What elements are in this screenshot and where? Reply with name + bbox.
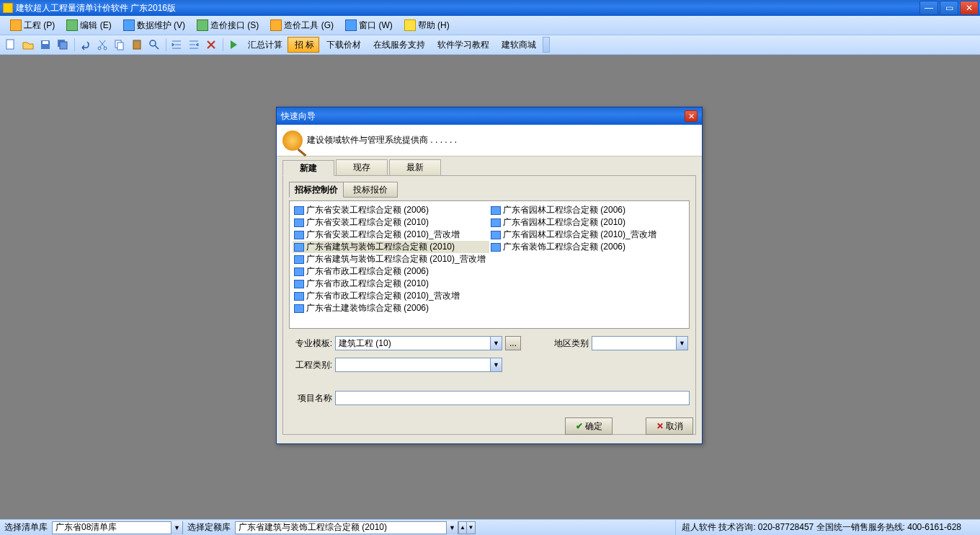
summary-calc-button[interactable]: 汇总计算: [243, 37, 288, 53]
save-all-icon[interactable]: [55, 37, 71, 52]
svg-rect-0: [6, 40, 14, 49]
lib-label: 选择清单库: [0, 521, 52, 534]
menu-window[interactable]: 窗口 (W): [339, 18, 398, 33]
list-item[interactable]: 广东省市政工程综合定额 (2010): [293, 278, 489, 290]
online-support-button[interactable]: 在线服务支持: [366, 37, 430, 53]
cancel-button[interactable]: ✕取消: [646, 417, 693, 435]
menu-data[interactable]: 数据维护 (V): [117, 18, 191, 33]
open-file-icon[interactable]: [20, 37, 36, 52]
undo-icon[interactable]: [77, 37, 93, 52]
quota-listbox[interactable]: 广东省安装工程综合定额 (2006)广东省安装工程综合定额 (2010)广东省安…: [289, 200, 690, 329]
sub-tabs: 招标控制价 投标报价: [289, 182, 690, 198]
proj-type-combo[interactable]: ▼: [335, 358, 502, 372]
wizard-icon: [282, 131, 303, 151]
toolbar: 汇总计算 招 标 下载价材 在线服务支持 软件学习教程 建软商城: [0, 35, 980, 55]
save-icon[interactable]: [37, 37, 53, 52]
play-icon[interactable]: [226, 37, 241, 52]
indent-left-icon[interactable]: [186, 37, 202, 52]
step-down-button[interactable]: ▼: [467, 521, 476, 534]
template-value: 建筑工程 (10): [336, 337, 490, 350]
dialog-title: 快速向导: [281, 110, 316, 123]
menu-cost-tools[interactable]: 造价工具 (G): [264, 18, 339, 33]
cut-icon[interactable]: [94, 37, 110, 52]
banner-text: 建设领域软件与管理系统提供商 . . . . . .: [307, 134, 457, 146]
close-button[interactable]: ✕: [960, 1, 979, 15]
check-icon: ✔: [576, 421, 583, 431]
region-label: 地区类别: [538, 337, 589, 350]
template-combo[interactable]: 建筑工程 (10)▼: [335, 336, 502, 350]
chevron-down-icon: ▼: [171, 521, 182, 534]
menu-cost-interface[interactable]: 造价接口 (S): [191, 18, 264, 33]
file-icon: [294, 243, 304, 252]
find-icon[interactable]: [146, 37, 162, 52]
file-icon: [491, 243, 501, 252]
list-item[interactable]: 广东省土建装饰综合定额 (2006): [293, 302, 489, 314]
minimize-button[interactable]: —: [919, 1, 938, 15]
dialog-titlebar: 快速向导 ✕: [277, 107, 702, 125]
list-item[interactable]: 广东省园林工程综合定额 (2010)_营改增: [489, 229, 686, 241]
file-icon: [294, 231, 304, 239]
main-titlebar: 建软超人工程量清单计价软件 广东2016版 — ▭ ✕: [0, 0, 980, 16]
region-combo[interactable]: ▼: [592, 336, 688, 350]
subtab-control-price[interactable]: 招标控制价: [289, 182, 344, 198]
download-price-button[interactable]: 下载价材: [319, 37, 366, 53]
file-icon: [491, 218, 501, 227]
quota-combo[interactable]: 广东省建筑与装饰工程综合定额 (2010)▼: [235, 521, 458, 534]
list-item[interactable]: 广东省装饰工程综合定额 (2006): [489, 241, 686, 253]
paste-icon[interactable]: [129, 37, 145, 52]
step-up-button[interactable]: ▲: [458, 521, 467, 534]
wizard-dialog: 快速向导 ✕ 建设领域软件与管理系统提供商 . . . . . . 新建 现存 …: [276, 107, 703, 444]
dialog-banner: 建设领域软件与管理系统提供商 . . . . . .: [277, 125, 702, 156]
chevron-down-icon: ▼: [676, 337, 687, 350]
ok-button[interactable]: ✔确定: [565, 417, 612, 435]
file-icon: [294, 268, 304, 276]
proj-type-label: 工程类别:: [289, 359, 332, 371]
list-item[interactable]: 广东省市政工程综合定额 (2006): [293, 265, 489, 278]
proj-name-label: 项目名称: [289, 392, 332, 404]
chevron-down-icon: ▼: [490, 358, 502, 371]
file-icon: [491, 206, 501, 215]
template-browse-button[interactable]: ...: [505, 336, 521, 350]
list-item[interactable]: 广东省建筑与装饰工程综合定额 (2010): [293, 241, 489, 253]
list-item[interactable]: 广东省建筑与装饰工程综合定额 (2010)_营改增: [293, 253, 489, 265]
new-file-icon[interactable]: [3, 37, 19, 52]
list-item[interactable]: 广东省园林工程综合定额 (2010): [489, 216, 686, 229]
menu-project[interactable]: 工程 (P): [4, 18, 61, 33]
svg-rect-2: [43, 41, 48, 44]
tab-recent[interactable]: 最新: [389, 159, 441, 175]
menu-edit[interactable]: 编辑 (E): [61, 18, 117, 33]
file-icon: [491, 231, 501, 239]
subtab-bid-price[interactable]: 投标报价: [343, 182, 398, 198]
menu-help[interactable]: 帮助 (H): [398, 18, 455, 33]
dialog-body: 招标控制价 投标报价 广东省安装工程综合定额 (2006)广东省安装工程综合定额…: [282, 175, 696, 435]
file-icon: [294, 218, 304, 227]
file-icon: [294, 255, 304, 264]
svg-rect-8: [117, 43, 123, 50]
proj-name-input[interactable]: [335, 391, 690, 405]
list-item[interactable]: 广东省园林工程综合定额 (2006): [489, 204, 686, 216]
dialog-tabs: 新建 现存 最新: [277, 156, 702, 175]
copy-icon[interactable]: [112, 37, 128, 52]
list-item[interactable]: 广东省市政工程综合定额 (2010)_营改增: [293, 290, 489, 302]
svg-point-11: [150, 40, 156, 46]
dialog-close-button[interactable]: ✕: [685, 110, 698, 122]
indent-right-icon[interactable]: [169, 37, 184, 52]
tab-new[interactable]: 新建: [282, 160, 334, 176]
svg-rect-10: [135, 40, 139, 42]
list-item[interactable]: 广东省安装工程综合定额 (2010): [293, 216, 489, 229]
maximize-button[interactable]: ▭: [940, 1, 958, 15]
list-item[interactable]: 广东省安装工程综合定额 (2010)_营改增: [293, 229, 489, 241]
lib-combo[interactable]: 广东省08清单库▼: [52, 521, 183, 534]
file-icon: [294, 292, 304, 301]
svg-rect-4: [60, 42, 67, 49]
tender-button[interactable]: 招 标: [288, 37, 319, 53]
file-icon: [294, 206, 304, 215]
toolbar-overflow[interactable]: [543, 37, 550, 53]
template-label: 专业模板:: [289, 337, 332, 350]
menu-bar: 工程 (P) 编辑 (E) 数据维护 (V) 造价接口 (S) 造价工具 (G)…: [0, 16, 980, 35]
delete-row-icon[interactable]: [203, 37, 219, 52]
tab-existing[interactable]: 现存: [336, 159, 388, 175]
list-item[interactable]: 广东省安装工程综合定额 (2006): [293, 204, 489, 216]
tutorial-button[interactable]: 软件学习教程: [430, 37, 494, 53]
mall-button[interactable]: 建软商城: [494, 37, 541, 53]
